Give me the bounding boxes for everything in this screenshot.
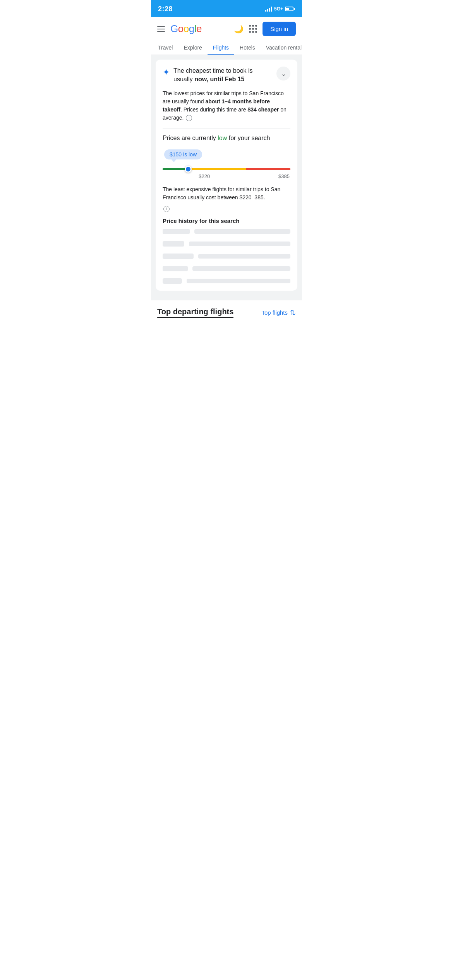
tab-travel[interactable]: Travel <box>153 41 178 55</box>
top-flights-label: Top flights <box>261 309 288 316</box>
divider <box>163 128 290 128</box>
skeleton-row-2 <box>163 241 290 247</box>
skeleton-rows <box>163 229 290 284</box>
skeleton-box-2 <box>163 241 184 247</box>
range-info-icon: i <box>163 206 170 212</box>
network-type: 5G+ <box>274 6 283 12</box>
info-icon[interactable]: i <box>186 115 192 121</box>
bottom-title-wrap: Top departing flights <box>157 307 233 318</box>
slider-label-low: $220 <box>199 173 210 179</box>
card-title-bold: now, until Feb 15 <box>194 76 244 82</box>
skeleton-row-5 <box>163 278 290 284</box>
sort-icon: ⇅ <box>290 308 296 317</box>
card-description: The lowest prices for similar trips to S… <box>163 89 290 122</box>
top-flights-button[interactable]: Top flights ⇅ <box>261 308 296 317</box>
bottom-section: Top departing flights Top flights ⇅ <box>151 300 302 324</box>
card-desc-bold2: $34 cheaper <box>247 106 279 113</box>
skeleton-line-3 <box>198 254 290 259</box>
price-status-text2: for your search <box>227 135 270 141</box>
battery-icon <box>285 7 295 11</box>
hamburger-menu[interactable] <box>157 26 165 32</box>
info-card: ✦ The cheapest time to book is usually n… <box>156 60 297 291</box>
status-time: 2:28 <box>158 5 173 13</box>
slider-track-wrap <box>163 168 290 170</box>
tab-explore[interactable]: Explore <box>178 41 207 55</box>
status-bar: 2:28 5G+ <box>151 0 302 17</box>
skeleton-box-5 <box>163 278 182 284</box>
card-header: ✦ The cheapest time to book is usually n… <box>163 67 290 84</box>
sign-in-button[interactable]: Sign in <box>263 22 296 36</box>
card-title: The cheapest time to book is usually now… <box>173 67 273 84</box>
nav-tabs: Travel Explore Flights Hotels Vacation r… <box>151 41 302 55</box>
main-content: ✦ The cheapest time to book is usually n… <box>151 55 302 300</box>
price-low-badge: low <box>218 135 227 141</box>
skeleton-row-1 <box>163 229 290 234</box>
dark-mode-icon[interactable]: 🌙 <box>234 24 244 34</box>
price-range-desc: The least expensive flights for similar … <box>163 185 290 202</box>
skeleton-box-4 <box>163 266 188 271</box>
slider-labels: $220 $385 <box>163 173 290 179</box>
skeleton-line-2 <box>189 242 290 246</box>
skeleton-line-4 <box>192 266 290 271</box>
sparkle-icon: ✦ <box>163 67 170 77</box>
slider-thumb[interactable] <box>185 166 192 173</box>
signal-bars-icon <box>265 6 272 12</box>
slider-track <box>163 168 290 170</box>
card-desc-text2: . Prices during this time are <box>180 106 248 113</box>
status-icons: 5G+ <box>265 6 295 12</box>
tab-hotels[interactable]: Hotels <box>234 41 261 55</box>
skeleton-row-4 <box>163 266 290 271</box>
skeleton-line-1 <box>194 229 290 234</box>
price-range-text: The least expensive flights for similar … <box>163 186 280 200</box>
skeleton-box-1 <box>163 229 190 234</box>
title-underline <box>157 317 233 318</box>
collapse-button[interactable]: ⌄ <box>276 67 290 81</box>
price-status: Prices are currently low for your search <box>163 134 290 142</box>
price-slider-container: $150 is low $220 $385 <box>163 149 290 179</box>
google-logo: Google <box>170 23 202 35</box>
tab-vacation-rentals[interactable]: Vacation rentals <box>261 41 302 55</box>
header-right: 🌙 Sign in <box>234 22 296 36</box>
header: Google 🌙 Sign in <box>151 17 302 41</box>
price-status-text1: Prices are currently <box>163 135 218 141</box>
tab-flights[interactable]: Flights <box>208 41 234 55</box>
apps-grid-icon[interactable] <box>249 25 257 33</box>
skeleton-row-3 <box>163 254 290 259</box>
slider-label-high: $385 <box>278 173 290 179</box>
card-header-left: ✦ The cheapest time to book is usually n… <box>163 67 273 84</box>
price-bubble: $150 is low <box>164 149 202 159</box>
skeleton-line-5 <box>187 279 290 283</box>
top-departing-flights-title: Top departing flights <box>157 307 233 316</box>
skeleton-box-3 <box>163 254 194 259</box>
header-left: Google <box>157 23 202 35</box>
range-info-button[interactable]: i <box>163 206 170 212</box>
price-history-title: Price history for this search <box>163 218 290 224</box>
